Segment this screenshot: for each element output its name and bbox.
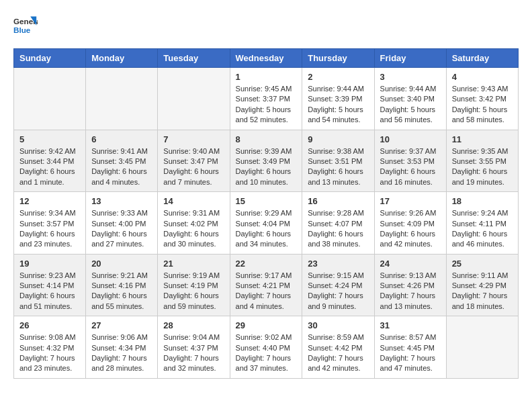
day-info: Sunrise: 9:26 AM Sunset: 4:09 PM Dayligh… bbox=[380, 208, 441, 250]
calendar-week-row: 5Sunrise: 9:42 AM Sunset: 3:44 PM Daylig… bbox=[14, 130, 519, 192]
calendar-week-row: 1Sunrise: 9:45 AM Sunset: 3:37 PM Daylig… bbox=[14, 68, 519, 130]
calendar-cell bbox=[14, 68, 86, 130]
calendar-cell: 31Sunrise: 8:57 AM Sunset: 4:45 PM Dayli… bbox=[374, 316, 446, 379]
day-info: Sunrise: 9:04 AM Sunset: 4:37 PM Dayligh… bbox=[163, 332, 224, 374]
calendar-cell: 5Sunrise: 9:42 AM Sunset: 3:44 PM Daylig… bbox=[14, 130, 86, 192]
day-info: Sunrise: 9:23 AM Sunset: 4:14 PM Dayligh… bbox=[19, 271, 80, 312]
weekday-header-sunday: Sunday bbox=[14, 49, 86, 68]
calendar-cell: 14Sunrise: 9:31 AM Sunset: 4:02 PM Dayli… bbox=[158, 192, 230, 255]
day-info: Sunrise: 9:24 AM Sunset: 4:11 PM Dayligh… bbox=[452, 208, 513, 250]
day-info: Sunrise: 9:08 AM Sunset: 4:32 PM Dayligh… bbox=[19, 332, 80, 374]
day-info: Sunrise: 9:06 AM Sunset: 4:34 PM Dayligh… bbox=[91, 332, 152, 374]
day-info: Sunrise: 9:17 AM Sunset: 4:21 PM Dayligh… bbox=[236, 271, 297, 312]
day-number: 24 bbox=[380, 259, 441, 269]
page-header: General Blue bbox=[13, 13, 519, 38]
day-info: Sunrise: 9:39 AM Sunset: 3:49 PM Dayligh… bbox=[236, 146, 297, 188]
day-number: 14 bbox=[163, 196, 224, 206]
day-number: 3 bbox=[380, 72, 441, 82]
weekday-header-thursday: Thursday bbox=[302, 49, 374, 68]
calendar-week-row: 26Sunrise: 9:08 AM Sunset: 4:32 PM Dayli… bbox=[14, 316, 519, 379]
day-number: 23 bbox=[308, 259, 368, 269]
logo: General Blue bbox=[13, 13, 38, 38]
day-info: Sunrise: 9:42 AM Sunset: 3:44 PM Dayligh… bbox=[19, 146, 80, 188]
svg-text:Blue: Blue bbox=[13, 26, 31, 34]
day-number: 10 bbox=[380, 134, 441, 144]
day-number: 17 bbox=[380, 196, 441, 206]
calendar-cell: 16Sunrise: 9:28 AM Sunset: 4:07 PM Dayli… bbox=[302, 192, 374, 255]
day-info: Sunrise: 9:38 AM Sunset: 3:51 PM Dayligh… bbox=[308, 146, 368, 188]
calendar-cell bbox=[86, 68, 158, 130]
calendar-cell: 21Sunrise: 9:19 AM Sunset: 4:19 PM Dayli… bbox=[158, 254, 230, 316]
day-number: 30 bbox=[308, 320, 368, 330]
weekday-header-saturday: Saturday bbox=[446, 49, 518, 68]
calendar-cell: 1Sunrise: 9:45 AM Sunset: 3:37 PM Daylig… bbox=[230, 68, 302, 130]
calendar-cell: 25Sunrise: 9:11 AM Sunset: 4:29 PM Dayli… bbox=[446, 254, 518, 316]
calendar-cell: 18Sunrise: 9:24 AM Sunset: 4:11 PM Dayli… bbox=[446, 192, 518, 255]
calendar-cell: 17Sunrise: 9:26 AM Sunset: 4:09 PM Dayli… bbox=[374, 192, 446, 255]
day-info: Sunrise: 9:45 AM Sunset: 3:37 PM Dayligh… bbox=[236, 84, 297, 126]
day-info: Sunrise: 9:13 AM Sunset: 4:26 PM Dayligh… bbox=[380, 271, 441, 312]
calendar-cell: 7Sunrise: 9:40 AM Sunset: 3:47 PM Daylig… bbox=[158, 130, 230, 192]
day-info: Sunrise: 9:15 AM Sunset: 4:24 PM Dayligh… bbox=[308, 271, 368, 312]
day-info: Sunrise: 9:33 AM Sunset: 4:00 PM Dayligh… bbox=[91, 208, 152, 250]
calendar-cell: 29Sunrise: 9:02 AM Sunset: 4:40 PM Dayli… bbox=[230, 316, 302, 379]
day-info: Sunrise: 9:02 AM Sunset: 4:40 PM Dayligh… bbox=[236, 332, 297, 374]
calendar-cell: 30Sunrise: 8:59 AM Sunset: 4:42 PM Dayli… bbox=[302, 316, 374, 379]
day-info: Sunrise: 9:44 AM Sunset: 3:40 PM Dayligh… bbox=[380, 84, 441, 126]
day-info: Sunrise: 9:31 AM Sunset: 4:02 PM Dayligh… bbox=[163, 208, 224, 250]
day-number: 27 bbox=[91, 320, 152, 330]
day-info: Sunrise: 9:43 AM Sunset: 3:42 PM Dayligh… bbox=[452, 84, 513, 126]
day-info: Sunrise: 9:29 AM Sunset: 4:04 PM Dayligh… bbox=[236, 208, 297, 250]
day-number: 18 bbox=[452, 196, 513, 206]
calendar-week-row: 19Sunrise: 9:23 AM Sunset: 4:14 PM Dayli… bbox=[14, 254, 519, 316]
calendar-cell: 15Sunrise: 9:29 AM Sunset: 4:04 PM Dayli… bbox=[230, 192, 302, 255]
day-number: 28 bbox=[163, 320, 224, 330]
day-number: 2 bbox=[308, 72, 368, 82]
day-number: 13 bbox=[91, 196, 152, 206]
day-number: 1 bbox=[236, 72, 297, 82]
logo-icon: General Blue bbox=[13, 13, 38, 38]
day-info: Sunrise: 8:57 AM Sunset: 4:45 PM Dayligh… bbox=[380, 332, 441, 374]
day-number: 8 bbox=[236, 134, 297, 144]
day-number: 4 bbox=[452, 72, 513, 82]
day-number: 15 bbox=[236, 196, 297, 206]
calendar-week-row: 12Sunrise: 9:34 AM Sunset: 3:57 PM Dayli… bbox=[14, 192, 519, 255]
calendar: SundayMondayTuesdayWednesdayThursdayFrid… bbox=[13, 48, 519, 379]
weekday-header-friday: Friday bbox=[374, 49, 446, 68]
calendar-cell: 22Sunrise: 9:17 AM Sunset: 4:21 PM Dayli… bbox=[230, 254, 302, 316]
weekday-header-monday: Monday bbox=[86, 49, 158, 68]
day-info: Sunrise: 9:35 AM Sunset: 3:55 PM Dayligh… bbox=[452, 146, 513, 188]
day-number: 22 bbox=[236, 259, 297, 269]
calendar-cell: 11Sunrise: 9:35 AM Sunset: 3:55 PM Dayli… bbox=[446, 130, 518, 192]
day-number: 21 bbox=[163, 259, 224, 269]
day-info: Sunrise: 9:44 AM Sunset: 3:39 PM Dayligh… bbox=[308, 84, 368, 126]
day-number: 7 bbox=[163, 134, 224, 144]
day-number: 16 bbox=[308, 196, 368, 206]
calendar-cell: 27Sunrise: 9:06 AM Sunset: 4:34 PM Dayli… bbox=[86, 316, 158, 379]
day-number: 6 bbox=[91, 134, 152, 144]
day-info: Sunrise: 9:11 AM Sunset: 4:29 PM Dayligh… bbox=[452, 271, 513, 312]
day-number: 5 bbox=[19, 134, 80, 144]
calendar-cell: 4Sunrise: 9:43 AM Sunset: 3:42 PM Daylig… bbox=[446, 68, 518, 130]
calendar-cell: 19Sunrise: 9:23 AM Sunset: 4:14 PM Dayli… bbox=[14, 254, 86, 316]
day-number: 12 bbox=[19, 196, 80, 206]
calendar-cell bbox=[158, 68, 230, 130]
day-info: Sunrise: 9:40 AM Sunset: 3:47 PM Dayligh… bbox=[163, 146, 224, 188]
day-info: Sunrise: 9:19 AM Sunset: 4:19 PM Dayligh… bbox=[163, 271, 224, 312]
calendar-cell: 8Sunrise: 9:39 AM Sunset: 3:49 PM Daylig… bbox=[230, 130, 302, 192]
day-number: 20 bbox=[91, 259, 152, 269]
calendar-cell: 24Sunrise: 9:13 AM Sunset: 4:26 PM Dayli… bbox=[374, 254, 446, 316]
calendar-cell bbox=[446, 316, 518, 379]
calendar-cell: 2Sunrise: 9:44 AM Sunset: 3:39 PM Daylig… bbox=[302, 68, 374, 130]
calendar-cell: 3Sunrise: 9:44 AM Sunset: 3:40 PM Daylig… bbox=[374, 68, 446, 130]
day-number: 25 bbox=[452, 259, 513, 269]
day-info: Sunrise: 9:34 AM Sunset: 3:57 PM Dayligh… bbox=[19, 208, 80, 250]
calendar-header-row: SundayMondayTuesdayWednesdayThursdayFrid… bbox=[14, 49, 519, 68]
day-number: 11 bbox=[452, 134, 513, 144]
day-info: Sunrise: 9:28 AM Sunset: 4:07 PM Dayligh… bbox=[308, 208, 368, 250]
calendar-cell: 12Sunrise: 9:34 AM Sunset: 3:57 PM Dayli… bbox=[14, 192, 86, 255]
day-number: 19 bbox=[19, 259, 80, 269]
day-number: 26 bbox=[19, 320, 80, 330]
calendar-cell: 10Sunrise: 9:37 AM Sunset: 3:53 PM Dayli… bbox=[374, 130, 446, 192]
calendar-cell: 9Sunrise: 9:38 AM Sunset: 3:51 PM Daylig… bbox=[302, 130, 374, 192]
